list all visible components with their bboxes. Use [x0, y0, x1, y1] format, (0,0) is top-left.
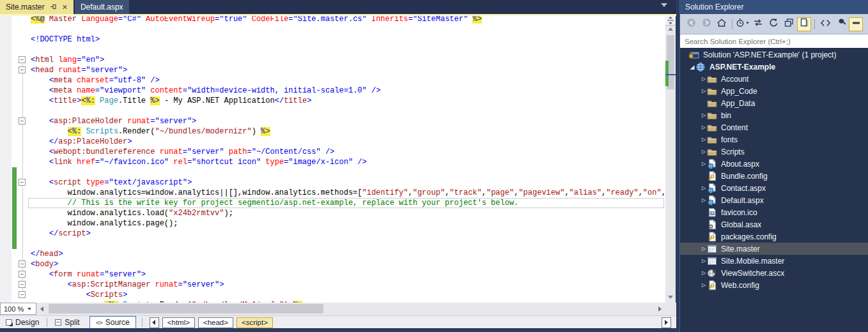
- show-all-files-button[interactable]: [797, 17, 811, 31]
- tree-item-about-aspx[interactable]: ▷About.aspx: [680, 158, 868, 170]
- scroll-down-icon[interactable]: [668, 296, 673, 299]
- fold-collapse-icon[interactable]: −: [19, 281, 26, 288]
- tree-item-site-master[interactable]: ▷Site.master: [680, 243, 868, 255]
- code-line[interactable]: −<body>: [0, 259, 665, 269]
- fold-collapse-icon[interactable]: −: [19, 291, 26, 298]
- document-list-dropdown-icon[interactable]: [661, 3, 667, 7]
- code-line[interactable]: window.analytics.page();: [0, 218, 665, 229]
- tree-item-favicon-ico[interactable]: favicon.ico: [680, 206, 868, 218]
- code-line[interactable]: [0, 106, 665, 116]
- code-line[interactable]: <!DOCTYPE html>: [0, 34, 665, 45]
- code-line[interactable]: <meta name="viewport" content="width=dev…: [0, 86, 665, 96]
- pin-tab-icon[interactable]: [50, 3, 57, 11]
- code-line[interactable]: window.analytics.load("x24b2rmtvv");: [0, 208, 665, 218]
- code-line[interactable]: [0, 167, 665, 177]
- code-line[interactable]: <meta charset="utf-8" />: [0, 75, 665, 86]
- code-line[interactable]: // This is the write key for project seg…: [0, 198, 665, 208]
- back-button[interactable]: [684, 17, 698, 31]
- fold-collapse-icon[interactable]: −: [19, 66, 26, 73]
- tree-item-site-mobile-master[interactable]: ▷Site.Mobile.master: [680, 255, 868, 267]
- search-input[interactable]: [680, 34, 868, 48]
- document-tab-default-aspx[interactable]: Default.aspx: [75, 0, 129, 14]
- tag-breadcrumb-html[interactable]: <html>: [162, 317, 195, 328]
- tree-item-contact-aspx[interactable]: ▷Contact.aspx: [680, 182, 868, 194]
- tree-item-viewswitcher-ascx[interactable]: ▷ViewSwitcher.ascx: [680, 267, 868, 279]
- tag-navigator-forward-button[interactable]: [662, 317, 671, 328]
- code-line[interactable]: −<head runat="server">: [0, 65, 665, 75]
- code-line[interactable]: </script>: [0, 229, 665, 239]
- collapsed-arrow-icon[interactable]: ▷: [701, 112, 707, 118]
- fold-collapse-icon[interactable]: −: [19, 271, 26, 278]
- tag-breadcrumb-head[interactable]: <head>: [198, 317, 233, 328]
- collapsed-arrow-icon[interactable]: ▷: [701, 88, 707, 94]
- code-text[interactable]: <%@ Master Language="C#" AutoEventWireup…: [0, 16, 665, 303]
- code-line[interactable]: <webopt:bundlereference runat="server" p…: [0, 147, 665, 157]
- source-view-button[interactable]: <> Source: [89, 316, 136, 329]
- split-view-button[interactable]: Split: [49, 317, 85, 328]
- code-line[interactable]: − <Scripts>: [0, 290, 665, 300]
- tree-item-account[interactable]: ▷Account: [680, 73, 868, 85]
- collapse-all-button[interactable]: [782, 17, 796, 31]
- code-line[interactable]: − <asp:ScriptManager runat="server">: [0, 280, 665, 290]
- tag-navigator-back-button[interactable]: [150, 317, 159, 328]
- code-line[interactable]: −<html lang="en">: [0, 55, 665, 65]
- document-tab-site-master[interactable]: Site.master✕: [0, 0, 74, 14]
- editor-vertical-scrollbar[interactable]: [665, 16, 676, 303]
- code-line[interactable]: [0, 239, 665, 249]
- tree-item-bundle-config[interactable]: Bundle.config: [680, 170, 868, 182]
- tree-item-global-asax[interactable]: Global.asax: [680, 218, 868, 230]
- collapsed-arrow-icon[interactable]: ▷: [701, 270, 707, 276]
- forward-button[interactable]: [699, 17, 713, 31]
- code-line[interactable]: [0, 45, 665, 55]
- home-button[interactable]: [715, 17, 729, 31]
- properties-button[interactable]: [833, 17, 848, 31]
- tag-breadcrumb-script[interactable]: <script>: [236, 317, 273, 328]
- collapsed-arrow-icon[interactable]: ▷: [701, 161, 707, 167]
- tree-item-fonts[interactable]: ▷fonts: [680, 133, 868, 146]
- fold-collapse-icon[interactable]: −: [19, 179, 26, 186]
- collapsed-arrow-icon[interactable]: ▷: [701, 124, 707, 130]
- tree-item-bin[interactable]: ▷bin: [680, 109, 868, 121]
- collapsed-arrow-icon[interactable]: ▷: [701, 258, 707, 264]
- code-line[interactable]: <title><%: Page.Title %> - My ASP.NET Ap…: [0, 96, 665, 106]
- tree-item-web-config[interactable]: ▷Web.config: [680, 279, 868, 291]
- scroll-right-icon[interactable]: [658, 306, 662, 312]
- collapsed-arrow-icon[interactable]: ▷: [701, 246, 707, 252]
- collapsed-arrow-icon[interactable]: ▷: [701, 137, 707, 142]
- view-code-button[interactable]: [818, 17, 832, 31]
- fold-collapse-icon[interactable]: −: [19, 260, 26, 268]
- code-line[interactable]: − <form runat="server">: [0, 269, 665, 280]
- code-line[interactable]: </head>: [0, 249, 665, 259]
- scroll-left-icon[interactable]: [40, 306, 43, 312]
- code-line[interactable]: </asp:PlaceHolder>: [0, 137, 665, 147]
- collapsed-arrow-icon[interactable]: ▷: [701, 282, 707, 288]
- tree-item-packages-config[interactable]: packages.config: [680, 230, 868, 243]
- design-view-button[interactable]: Design: [0, 317, 45, 328]
- code-line[interactable]: <%: Scripts.Render("~/bundles/modernizr"…: [0, 126, 665, 137]
- collapsed-arrow-icon[interactable]: ▷: [701, 76, 707, 82]
- tree-item-content[interactable]: ▷Content: [680, 121, 868, 133]
- close-tab-icon[interactable]: ✕: [62, 4, 68, 11]
- zoom-level-dropdown[interactable]: 100 %: [0, 303, 36, 315]
- code-line[interactable]: window.analytics=window.analytics||[],wi…: [0, 188, 665, 198]
- split-window-handle-icon[interactable]: [665, 16, 676, 26]
- tree-item-app-data[interactable]: App_Data: [680, 97, 868, 109]
- code-line[interactable]: − <asp:PlaceHolder runat="server">: [0, 116, 665, 126]
- tree-item-app-code[interactable]: ▷App_Code: [680, 85, 868, 97]
- code-line[interactable]: [0, 24, 665, 34]
- fold-collapse-icon[interactable]: −: [19, 56, 26, 63]
- sync-with-active-document-button[interactable]: [751, 17, 765, 31]
- scroll-up-icon[interactable]: [668, 27, 673, 31]
- tree-item-scripts[interactable]: ▷Scripts: [680, 146, 868, 158]
- collapsed-arrow-icon[interactable]: ▷: [701, 185, 707, 191]
- refresh-button[interactable]: [766, 17, 780, 31]
- switch-views-button[interactable]: [736, 17, 750, 31]
- tree-item-asp-net-example[interactable]: ◢ASP.NET-Example: [680, 61, 868, 73]
- code-line[interactable]: <link href="~/favicon.ico" rel="shortcut…: [0, 157, 665, 167]
- tree-item-default-aspx[interactable]: ▷Default.aspx: [680, 194, 868, 206]
- collapsed-arrow-icon[interactable]: ▷: [701, 149, 707, 155]
- tree-item-solution-asp-net-example-1-project-[interactable]: Solution 'ASP.NET-Example' (1 project): [680, 49, 868, 61]
- code-line[interactable]: − <script type="text/javascript">: [0, 177, 665, 188]
- expanded-arrow-icon[interactable]: ◢: [689, 64, 695, 70]
- collapsed-arrow-icon[interactable]: ▷: [701, 197, 707, 203]
